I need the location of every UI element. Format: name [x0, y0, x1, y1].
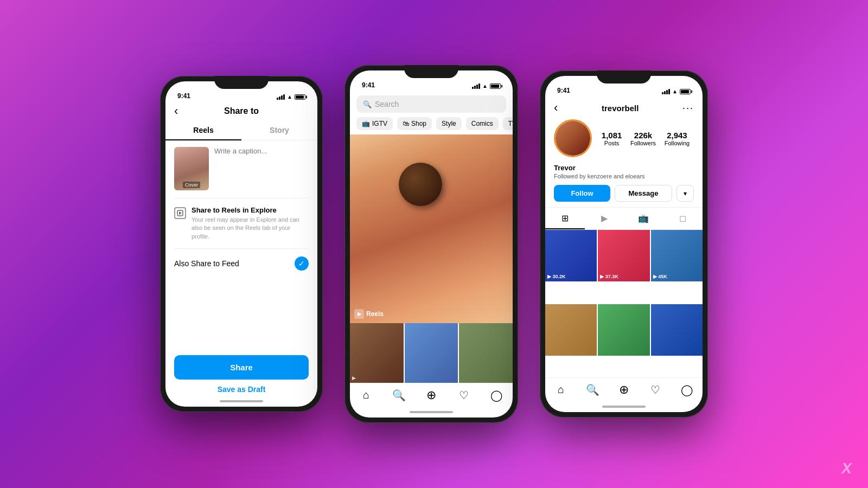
share-explore-section: Share to Reels in Explore Your reel may …	[174, 206, 309, 241]
video-bg	[350, 134, 513, 323]
nav-add-icon[interactable]: ⊕	[422, 386, 441, 405]
status-icons-1: ▲	[277, 94, 305, 100]
home-indicator-1	[165, 396, 317, 407]
tv-label: TV & Movie	[508, 120, 513, 127]
share-button[interactable]: Share	[174, 355, 309, 380]
also-share-toggle[interactable]: ✓	[295, 256, 309, 271]
followers-label: Followers	[630, 140, 656, 146]
grid-item-2[interactable]	[405, 323, 458, 383]
profile-post-2[interactable]: ▶ 37.3K	[598, 230, 649, 281]
also-share-label: Also Share to Feed	[174, 259, 239, 268]
signal-icon-3	[662, 89, 670, 94]
category-shop[interactable]: 🛍 Shop	[397, 117, 432, 130]
home-bar-2	[410, 411, 453, 413]
home-indicator-2	[350, 407, 513, 418]
ball-element	[399, 163, 442, 206]
category-igtv[interactable]: 📺 IGTV	[356, 117, 393, 130]
profile-nav-heart[interactable]: ♡	[646, 380, 665, 400]
grid-item-1[interactable]: ▶	[350, 323, 404, 383]
caption-area: Cover	[174, 147, 309, 190]
page-title-1: Share to	[224, 106, 259, 116]
posts-stat: 1,081 Posts	[602, 131, 622, 146]
cover-label: Cover	[183, 182, 200, 188]
tab-reels[interactable]: Reels	[165, 120, 241, 140]
phone-1: 9:41 ▲ ‹ Share to Reels Story	[160, 76, 323, 412]
phones-container: 9:41 ▲ ‹ Share to Reels Story	[160, 65, 708, 423]
dropdown-button[interactable]: ▾	[676, 185, 694, 202]
shop-label: Shop	[411, 120, 426, 127]
profile-post-4[interactable]	[545, 304, 597, 356]
battery-icon-2	[490, 84, 501, 89]
profile-avatar	[554, 119, 592, 157]
tab-story[interactable]: Story	[241, 120, 317, 140]
tab-tv[interactable]: 📺	[624, 208, 663, 229]
phone-2: 9:41 ▲ 🔍 Search 📺	[344, 65, 518, 423]
explore-nav: ⌂ 🔍 ⊕ ♡ ◯	[350, 383, 513, 407]
reels-badge-label: Reels	[366, 310, 384, 318]
home-bar-1	[220, 400, 263, 402]
nav-profile-icon[interactable]: ◯	[487, 386, 506, 405]
explore-grid: ▶	[350, 323, 513, 383]
also-share-section[interactable]: Also Share to Feed ✓	[174, 256, 309, 271]
explore-categories: 📺 IGTV 🛍 Shop Style Comics TV & Movie	[350, 117, 513, 134]
phone-3: 9:41 ▲ ‹ trevorbell ···	[540, 70, 708, 418]
search-icon: 🔍	[363, 100, 372, 108]
caption-input[interactable]	[214, 147, 309, 190]
profile-stats: 1,081 Posts 226k Followers 2,943 Followi…	[592, 131, 694, 146]
nav-search-icon[interactable]: 🔍	[389, 386, 409, 405]
nav-heart-icon[interactable]: ♡	[454, 386, 474, 405]
divider-1	[174, 198, 309, 198]
post-count-3: ▶ 45K	[653, 274, 667, 279]
status-icons-2: ▲	[472, 83, 501, 89]
category-style[interactable]: Style	[436, 117, 462, 130]
explore-search: 🔍 Search	[350, 91, 513, 117]
share-footer: Share Save as Draft	[165, 349, 317, 396]
profile-post-1[interactable]: ▶ 30.2K	[545, 230, 597, 281]
profile-post-3[interactable]: ▶ 45K	[651, 230, 703, 281]
follow-button[interactable]: Follow	[554, 185, 610, 202]
watermark: X	[841, 460, 852, 477]
profile-nav-search[interactable]: 🔍	[583, 380, 602, 400]
save-draft-button[interactable]: Save as Draft	[174, 385, 309, 394]
following-stat: 2,943 Following	[665, 131, 690, 146]
following-count: 2,943	[665, 131, 690, 140]
reels-icon	[177, 210, 183, 216]
notch-1	[214, 76, 269, 89]
category-tv[interactable]: TV & Movie	[503, 117, 513, 130]
status-icons-3: ▲	[662, 88, 691, 94]
profile-post-5[interactable]	[598, 304, 649, 356]
profile-username: trevorbell	[602, 104, 639, 113]
cover-thumbnail[interactable]: Cover	[174, 147, 209, 190]
wifi-icon-1: ▲	[287, 94, 292, 100]
svg-marker-1	[179, 211, 182, 215]
tab-tagged[interactable]: ◻	[663, 208, 703, 229]
more-options-button[interactable]: ···	[682, 102, 694, 114]
profile-header: ‹ trevorbell ···	[545, 97, 703, 119]
message-button[interactable]: Message	[615, 185, 672, 202]
nav-home-icon[interactable]: ⌂	[356, 386, 376, 405]
profile-nav-profile[interactable]: ◯	[677, 380, 697, 400]
profile-tab-bar: ⊞ ▶ 📺 ◻	[545, 207, 703, 230]
status-time-2: 9:41	[362, 81, 375, 89]
grid-item-3[interactable]	[459, 323, 513, 383]
profile-actions: Follow Message ▾	[545, 185, 703, 207]
profile-nav: ⌂ 🔍 ⊕ ♡ ◯	[545, 377, 703, 401]
comics-label: Comics	[471, 120, 493, 127]
search-bar[interactable]: 🔍 Search	[356, 95, 506, 113]
signal-icon-1	[277, 94, 285, 100]
posts-label: Posts	[602, 140, 622, 146]
signal-icon-2	[472, 84, 480, 89]
back-button-1[interactable]: ‹	[174, 104, 178, 118]
profile-nav-home[interactable]: ⌂	[551, 380, 571, 400]
tab-grid[interactable]: ⊞	[545, 208, 585, 229]
share-explore-title: Share to Reels in Explore	[192, 206, 309, 214]
bio-name: Trevor	[554, 164, 694, 172]
followers-stat: 226k Followers	[630, 131, 656, 146]
profile-nav-add[interactable]: ⊕	[614, 380, 634, 400]
profile-post-6[interactable]	[651, 304, 703, 356]
category-comics[interactable]: Comics	[466, 117, 499, 130]
back-button-3[interactable]: ‹	[554, 101, 558, 115]
phone-3-screen: 9:41 ▲ ‹ trevorbell ···	[545, 76, 703, 412]
tab-reels-profile[interactable]: ▶	[585, 208, 624, 229]
wifi-icon-3: ▲	[672, 88, 678, 94]
